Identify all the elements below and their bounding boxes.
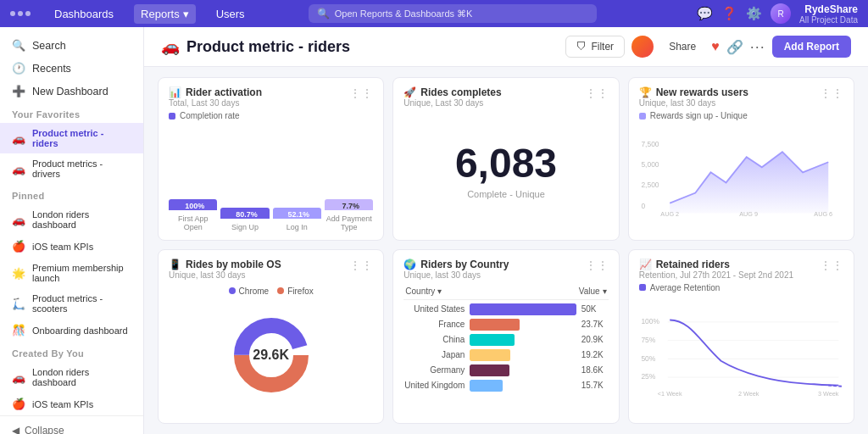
dot2 (18, 11, 23, 16)
donut-center-value: 29.6K (253, 348, 289, 363)
value-col-header[interactable]: Value ▾ (579, 287, 607, 296)
retention-legend: Average Retention (639, 283, 843, 292)
country-bar (470, 334, 576, 346)
favorites-section-label: Your Favorites (0, 103, 143, 123)
card-header: 🌍 Riders by Country Unique, last 30 days… (403, 259, 608, 280)
global-search[interactable]: 🔍 Open Reports & Dashboards ⌘K (309, 4, 597, 23)
pinned-section-label: Pinned (0, 184, 143, 204)
legend-dot (639, 113, 646, 120)
area-chart-legend: Rewards sign up - Unique (639, 111, 843, 120)
link-button[interactable]: 🔗 (726, 39, 743, 55)
dot1 (10, 11, 15, 16)
user-avatar[interactable]: R (771, 3, 791, 24)
chart-icon: 📊 (169, 86, 181, 98)
legend-dot (639, 284, 646, 291)
sort-icon: ▾ (437, 287, 442, 296)
user-info: RydeShare All Project Data (799, 3, 858, 25)
funnel-bar: 100% (169, 199, 217, 210)
country-row: China 20.9K (403, 334, 608, 346)
mobile-icon: 📱 (169, 259, 181, 270)
nav-dashboards[interactable]: Dashboards (47, 4, 120, 24)
country-bar (470, 364, 576, 376)
share-button[interactable]: Share (660, 36, 704, 57)
funnel-chart: 100% First App Open 80.7% Sign Up (169, 124, 373, 231)
topnav-right: 💬 ❓ ⚙️ R RydeShare All Project Data (697, 3, 858, 25)
funnel-bar: 80.7% (220, 208, 269, 219)
sidebar-item-product-metric-riders[interactable]: 🚗 Product metric - riders (0, 123, 143, 153)
svg-text:50%: 50% (641, 354, 655, 363)
page-header: 🚗 Product metric - riders ⛉ Filter Share… (144, 27, 868, 67)
plus-icon: ➕ (12, 85, 25, 97)
card-header: 🏆 New rewards users Unique, last 30 days… (639, 86, 843, 108)
more-button[interactable]: ··· (750, 38, 765, 56)
sidebar-item-ios-kpis[interactable]: 🍎 iOS team KPIs (0, 235, 143, 258)
rewards-icon: 🏆 (639, 86, 652, 98)
title-icon: 🚗 (161, 37, 180, 56)
topnav: Dashboards Reports ▾ Users 🔍 Open Report… (0, 0, 868, 27)
funnel-bar: 7.7% (325, 199, 373, 210)
filter-button[interactable]: ⛉ Filter (565, 36, 625, 58)
area-chart-svg: 7,500 5,000 2,500 0 (639, 124, 843, 231)
country-col-header[interactable]: Country ▾ (405, 287, 442, 296)
card-menu-button[interactable]: ⋮⋮ (585, 259, 609, 272)
country-row: United States 50K (403, 303, 608, 315)
svg-text:5,000: 5,000 (641, 160, 659, 169)
country-table: Country ▾ Value ▾ United States (403, 283, 608, 415)
add-report-button[interactable]: Add Report (772, 36, 851, 58)
svg-text:<1 Week: <1 Week (658, 390, 682, 398)
nav-users[interactable]: Users (209, 4, 252, 24)
help-icon[interactable]: ❓ (721, 6, 737, 21)
sidebar-item-london-riders[interactable]: 🚗 London riders dashboard (0, 204, 143, 235)
big-number-container: 6,083 Complete - Unique (403, 111, 608, 231)
legend-dot-firefox (277, 287, 284, 294)
big-number: 6,083 (455, 143, 557, 184)
sidebar-item-ios-created[interactable]: 🍎 iOS team KPIs (0, 392, 143, 415)
dot3 (25, 11, 31, 16)
sidebar-item-scooters[interactable]: 🛴 Product metrics - scooters (0, 288, 143, 319)
sidebar-recents[interactable]: 🕐 Recents (0, 57, 143, 80)
country-row: France 23.7K (403, 319, 608, 331)
riders-by-country-card: 🌍 Riders by Country Unique, last 30 days… (392, 249, 619, 424)
card-menu-button[interactable]: ⋮⋮ (820, 86, 843, 100)
country-bar (470, 380, 576, 392)
main-content: 🚗 Product metric - riders ⛉ Filter Share… (144, 27, 868, 434)
page-title: 🚗 Product metric - riders (161, 37, 557, 56)
funnel-bar-first-app: 100% First App Open (169, 199, 217, 231)
sidebar-item-premium[interactable]: 🌟 Premium membership launch (0, 258, 143, 288)
nav-reports[interactable]: Reports ▾ (134, 4, 196, 24)
country-bar (470, 349, 576, 361)
favorite-button[interactable]: ♥ (711, 39, 720, 54)
chat-icon[interactable]: 💬 (697, 6, 713, 21)
sidebar-item-london-created[interactable]: 🚗 London riders dashboard (0, 362, 143, 392)
area-chart-container: 7,500 5,000 2,500 0 (639, 124, 843, 231)
svg-text:75%: 75% (641, 336, 655, 344)
sidebar-item-product-metrics-drivers[interactable]: 🚗 Product metrics - drivers (0, 153, 143, 184)
country-bar (470, 303, 576, 315)
sidebar-collapse-button[interactable]: ◀ Collapse (0, 415, 143, 434)
sidebar-new-dashboard[interactable]: ➕ New Dashboard (0, 80, 143, 103)
settings-icon[interactable]: ⚙️ (746, 6, 762, 21)
svg-text:100%: 100% (641, 317, 659, 326)
donut-chart-wrapper: 29.6K (169, 296, 373, 415)
country-table-header: Country ▾ Value ▾ (403, 287, 608, 300)
card-menu-button[interactable]: ⋮⋮ (349, 259, 373, 272)
retention-dotted (828, 385, 843, 386)
big-number-label: Complete - Unique (467, 189, 545, 199)
svg-text:AUG 9: AUG 9 (739, 210, 758, 218)
sidebar-item-onboarding[interactable]: 🎊 Onboarding dashboard (0, 319, 143, 342)
search-icon: 🔍 (12, 39, 25, 52)
card-title: 🌍 Riders by Country (403, 259, 509, 270)
window-controls (10, 11, 31, 16)
retention-line (670, 320, 838, 385)
rides-mobile-os-card: 📱 Rides by mobile OS Unique, last 30 day… (158, 249, 384, 424)
area-fill (670, 152, 828, 213)
card-title: 📊 Rider activation (169, 86, 262, 98)
card-menu-button[interactable]: ⋮⋮ (820, 259, 843, 272)
card-menu-button[interactable]: ⋮⋮ (585, 86, 609, 100)
sidebar-search[interactable]: 🔍 Search (0, 34, 143, 57)
svg-text:2,500: 2,500 (641, 181, 659, 189)
card-menu-button[interactable]: ⋮⋮ (349, 86, 373, 100)
header-actions: ⛉ Filter Share ♥ 🔗 ··· Add Report (565, 36, 851, 58)
rides-completes-card: 🚀 Rides completes Unique, Last 30 days ⋮… (392, 77, 619, 241)
card-header: 📊 Rider activation Total, Last 30 days ⋮… (169, 86, 373, 108)
